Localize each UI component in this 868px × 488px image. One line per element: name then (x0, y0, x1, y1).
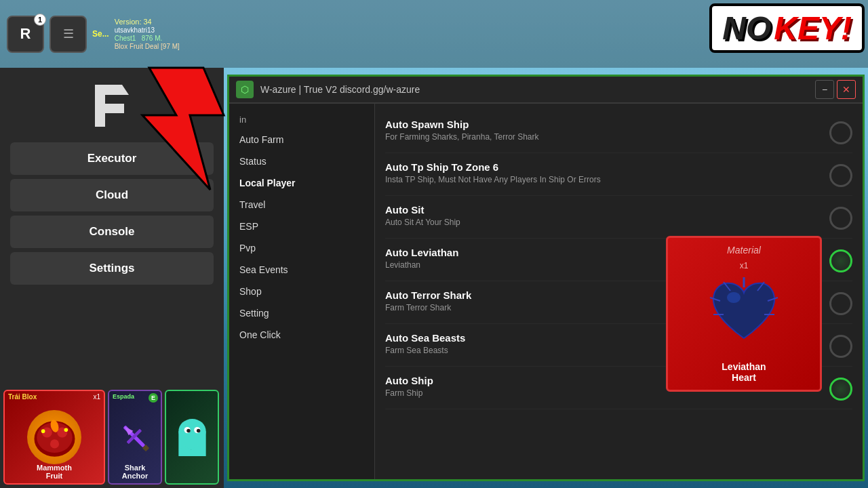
toggle-auto-ship[interactable] (829, 378, 852, 401)
nav-one-click[interactable]: One Click (229, 324, 374, 346)
executor-button[interactable]: Executor (10, 142, 214, 175)
svg-point-8 (64, 428, 68, 432)
console-button[interactable]: Console (10, 216, 214, 248)
left-panel: Executor Cloud Console Settings Trái Blo… (0, 68, 224, 488)
svg-point-19 (196, 428, 200, 432)
feature-desc-tp-ship: Insta TP Ship, Must Not Have Any Players… (385, 175, 823, 184)
material-label: Material (727, 245, 761, 256)
cheat-content: Auto Spawn Ship For Farming Sharks, Pira… (375, 104, 863, 479)
svg-point-27 (727, 292, 741, 303)
item-showcase: Trái Blox x1 MammothFruit Espada E (0, 386, 224, 488)
version-text: Version: 34 (115, 18, 796, 26)
roblox-icon: R 1 (7, 16, 44, 53)
sword-icon (108, 411, 161, 464)
item-shark-anchor: Espada E SharkAnchor (108, 390, 162, 485)
feature-desc-spawn-ship: For Farming Sharks, Piranha, Terror Shar… (385, 132, 823, 142)
svg-point-18 (186, 428, 191, 432)
nav-travel[interactable]: Travel (229, 194, 374, 216)
hud-info: Version: 34 utsavkhatri13 Chest1 876 M. … (115, 17, 796, 51)
toggle-auto-spawn-ship[interactable] (829, 121, 852, 144)
nav-shop[interactable]: Shop (229, 281, 374, 302)
svg-point-5 (50, 439, 58, 448)
toggle-auto-terror-shark[interactable] (829, 292, 852, 315)
nav-pvp[interactable]: Pvp (229, 237, 374, 259)
cheat-body: in Auto Farm Status Local Player Travel … (229, 104, 863, 479)
lev-tooltip-name: LeviathanHeart (722, 361, 766, 383)
server-label: Se... (92, 29, 109, 39)
minimize-button[interactable]: − (815, 80, 834, 99)
feature-name-auto-sit: Auto Sit (385, 204, 823, 216)
toggle-auto-tp-ship[interactable] (829, 164, 852, 187)
item-count-fruit: x1 (93, 393, 100, 401)
feature-auto-tp-ship: Auto Tp Ship To Zone 6 Insta TP Ship, Mu… (385, 153, 852, 196)
nav-sea-events[interactable]: Sea Events (229, 259, 374, 281)
nav-auto-farm[interactable]: Auto Farm (229, 129, 374, 150)
item-label-sword: Espada (113, 393, 134, 400)
key-text: KEY! (774, 9, 852, 47)
chest-info: Chest1 876 M. (115, 35, 796, 42)
hud-badge: 1 (34, 14, 46, 26)
nav-setting[interactable]: Setting (229, 302, 374, 324)
feature-info-tp-ship: Auto Tp Ship To Zone 6 Insta TP Ship, Mu… (385, 161, 823, 184)
item-name-fruit: MammothFruit (37, 464, 72, 480)
cloud-button[interactable]: Cloud (10, 179, 214, 211)
nav-local-player[interactable]: Local Player (229, 172, 374, 194)
cheat-titlebar: ⬡ W-azure | True V2 discord.gg/w-azure −… (229, 77, 863, 104)
deal-info: Blox Fruit Deal [97 M] (115, 43, 796, 50)
ghost-icon (174, 419, 211, 456)
feature-desc-auto-sit: Auto Sit At Your Ship (385, 218, 823, 227)
settings-button[interactable]: Settings (10, 252, 214, 285)
toggle-auto-sit[interactable] (829, 207, 852, 230)
close-button[interactable]: ✕ (837, 80, 856, 99)
toggle-auto-leviathan[interactable] (829, 249, 852, 272)
lev-heart-icon (700, 270, 788, 358)
cheat-logo: ⬡ (236, 81, 254, 98)
menu-icon: ☰ (50, 16, 87, 53)
nav-status[interactable]: Status (229, 150, 374, 172)
cheat-title: W-azure | True V2 discord.gg/w-azure (260, 84, 812, 95)
f-logo (85, 78, 139, 132)
feature-auto-sit: Auto Sit Auto Sit At Your Ship (385, 196, 852, 239)
no-text: NO (722, 9, 771, 47)
item-mammoth-fruit: Trái Blox x1 MammothFruit (3, 390, 105, 485)
feature-auto-spawn-ship: Auto Spawn Ship For Farming Sharks, Pira… (385, 110, 852, 153)
feature-name-spawn-ship: Auto Spawn Ship (385, 119, 823, 130)
svg-point-7 (41, 429, 45, 433)
nav-section: in (229, 110, 374, 129)
feature-info-auto-sit: Auto Sit Auto Sit At Your Ship (385, 204, 823, 227)
item-ghost (165, 390, 219, 485)
toggle-auto-sea-beasts[interactable] (829, 335, 852, 358)
player-name: utsavkhatri13 (115, 26, 796, 34)
espada-badge: E (149, 393, 158, 403)
item-label-fruit: Trái Blox (8, 393, 37, 401)
cheat-nav: in Auto Farm Status Local Player Travel … (229, 104, 375, 479)
feature-name-tp-ship: Auto Tp Ship To Zone 6 (385, 161, 823, 173)
feature-info-spawn-ship: Auto Spawn Ship For Farming Sharks, Pira… (385, 119, 823, 142)
item-name-sword: SharkAnchor (122, 464, 149, 480)
cheat-window: ⬡ W-azure | True V2 discord.gg/w-azure −… (227, 75, 865, 481)
left-buttons: Executor Cloud Console Settings (0, 142, 224, 285)
logo-area (0, 68, 224, 142)
leviathan-tooltip: Material x1 (666, 236, 822, 392)
no-key-badge: NO KEY! (709, 3, 865, 53)
fruit-icon (27, 410, 81, 464)
nav-esp[interactable]: ESP (229, 216, 374, 237)
lev-count: x1 (740, 261, 749, 270)
